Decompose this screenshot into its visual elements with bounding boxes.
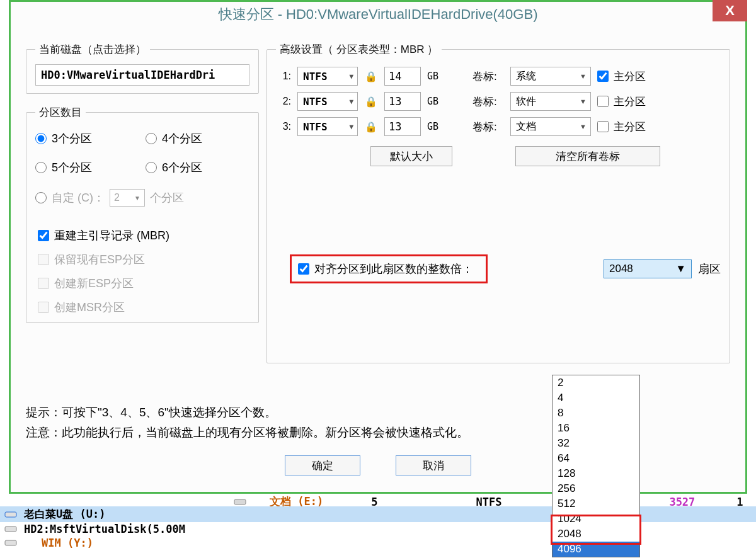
radio-label: 自定 (C)： — [52, 190, 105, 205]
volume-label-key: 卷标: — [472, 120, 504, 134]
dropdown-option[interactable]: 1024 — [553, 511, 639, 527]
dropdown-option[interactable]: 64 — [553, 451, 639, 466]
dropdown-option[interactable]: 512 — [553, 496, 639, 511]
background-disk-row[interactable]: 老白菜U盘 (U:) — [0, 506, 756, 522]
volume-label-key: 卷标: — [472, 94, 504, 109]
radio-5-partitions[interactable]: 5个分区 — [35, 160, 139, 175]
custom-count-spinner[interactable]: 2 ▼ — [110, 189, 145, 207]
chevron-down-icon: ▼ — [580, 72, 587, 80]
check-keep-esp: 保留现有ESP分区 — [38, 252, 249, 267]
dropdown-option[interactable]: 256 — [553, 481, 639, 496]
checkbox-input — [38, 302, 49, 313]
checkbox-input[interactable] — [597, 121, 609, 132]
current-disk-field[interactable]: HD0:VMwareVirtualIDEHardDri — [35, 64, 249, 86]
radio-input[interactable] — [35, 133, 47, 144]
dropdown-option[interactable]: 16 — [553, 421, 639, 436]
dropdown-option[interactable]: 4 — [553, 390, 639, 406]
dropdown-option[interactable]: 4096 — [553, 542, 639, 557]
checkbox-input[interactable] — [38, 230, 49, 241]
radio-label: 3个分区 — [52, 131, 92, 146]
chevron-down-icon: ▼ — [349, 72, 353, 81]
check-new-esp: 创建新ESP分区 — [38, 276, 249, 291]
align-checkbox[interactable] — [298, 263, 309, 275]
partition-count-group: 分区数目 3个分区 4个分区 5个分区 — [26, 105, 259, 323]
sector-count-combo[interactable]: 2048 ▼ — [604, 259, 692, 278]
radio-4-partitions[interactable]: 4个分区 — [146, 131, 249, 146]
check-label: 创建新ESP分区 — [54, 276, 134, 291]
radio-6-partitions[interactable]: 6个分区 — [146, 160, 249, 175]
radio-input[interactable] — [35, 192, 47, 203]
drive-icon — [4, 508, 18, 521]
background-disk-row[interactable]: WIM (Y:) — [0, 536, 756, 550]
svg-rect-2 — [5, 527, 16, 532]
radio-label: 6个分区 — [162, 160, 202, 175]
advanced-settings-group: 高级设置（ 分区表类型：MBR ） 1:NTFS▼🔒14GB卷标:系统▼主分区2… — [266, 42, 730, 363]
chevron-down-icon: ▼ — [349, 98, 353, 106]
row-index: 1: — [276, 71, 291, 82]
cancel-button[interactable]: 取消 — [396, 455, 471, 475]
radio-3-partitions[interactable]: 3个分区 — [35, 131, 139, 146]
svg-rect-3 — [5, 540, 16, 545]
dropdown-option[interactable]: 32 — [553, 436, 639, 451]
checkbox-input[interactable] — [597, 96, 609, 107]
check-rebuild-mbr[interactable]: 重建主引导记录 (MBR) — [38, 228, 249, 243]
row-index: 3: — [276, 121, 291, 132]
window-title: 快速分区 - HD0:VMwareVirtualIDEHardDrive(40G… — [219, 5, 538, 24]
default-size-button[interactable]: 默认大小 — [370, 146, 452, 166]
filesystem-combo[interactable]: NTFS▼ — [297, 92, 358, 111]
partition-count-legend: 分区数目 — [35, 105, 86, 120]
lock-icon: 🔒 — [364, 121, 378, 133]
disk-label: 老白菜U盘 (U:) — [24, 507, 105, 521]
check-label: 重建主引导记录 (MBR) — [54, 228, 169, 243]
radio-label: 5个分区 — [52, 160, 92, 175]
volume-label-combo[interactable]: 系统▼ — [510, 67, 591, 86]
radio-custom-partitions[interactable]: 自定 (C)： 2 ▼ 个分区 — [35, 189, 249, 207]
partition-row: 1:NTFS▼🔒14GB卷标:系统▼主分区 — [276, 67, 721, 86]
lock-icon: 🔒 — [364, 71, 378, 83]
checkbox-input — [38, 254, 49, 265]
primary-label: 主分区 — [614, 120, 646, 134]
svg-rect-1 — [5, 512, 16, 517]
background-disk-row[interactable]: HD2:MsftVirtualDisk(5.00M — [0, 522, 756, 536]
dropdown-option[interactable]: 128 — [553, 466, 639, 481]
check-new-msr: 创建MSR分区 — [38, 300, 249, 315]
radio-input[interactable] — [146, 133, 157, 144]
filesystem-combo[interactable]: NTFS▼ — [297, 67, 358, 86]
size-field[interactable]: 14 — [384, 67, 421, 86]
radio-input[interactable] — [146, 162, 157, 173]
partition-rows: 1:NTFS▼🔒14GB卷标:系统▼主分区2:NTFS▼🔒13GB卷标:软件▼主… — [276, 64, 721, 142]
filesystem-combo[interactable]: NTFS▼ — [297, 117, 358, 136]
primary-label: 主分区 — [614, 69, 646, 84]
align-highlight-box: 对齐分区到此扇区数的整数倍： — [290, 254, 488, 283]
primary-checkbox[interactable]: 主分区 — [597, 69, 646, 84]
size-field[interactable]: 13 — [384, 117, 421, 136]
clear-labels-button[interactable]: 清空所有卷标 — [515, 146, 660, 166]
chevron-down-icon: ▼ — [580, 123, 587, 130]
sector-dropdown-list[interactable]: 248163264128256512102420484096 — [552, 375, 640, 557]
drive-icon — [4, 523, 18, 535]
dropdown-option[interactable]: 2048 — [553, 527, 639, 542]
checkbox-input[interactable] — [597, 71, 609, 82]
check-label: 创建MSR分区 — [54, 300, 125, 315]
ok-button[interactable]: 确定 — [285, 455, 360, 475]
volume-label-combo[interactable]: 软件▼ — [510, 92, 591, 111]
volume-label-key: 卷标: — [472, 69, 504, 84]
advanced-legend: 高级设置（ 分区表类型：MBR ） — [276, 42, 442, 57]
chevron-down-icon: ▼ — [580, 98, 587, 105]
dropdown-option[interactable]: 2 — [553, 375, 639, 390]
current-disk-group: 当前磁盘（点击选择） HD0:VMwareVirtualIDEHardDri — [26, 42, 259, 94]
drive-icon — [4, 537, 18, 549]
lock-icon: 🔒 — [364, 96, 378, 108]
sector-unit: 扇区 — [698, 261, 721, 276]
radio-input[interactable] — [35, 162, 47, 173]
size-field[interactable]: 13 — [384, 92, 421, 111]
radio-label-suffix: 个分区 — [150, 190, 184, 205]
titlebar: 快速分区 - HD0:VMwareVirtualIDEHardDrive(40G… — [11, 2, 745, 27]
dropdown-option[interactable]: 8 — [553, 406, 639, 421]
check-label: 保留现有ESP分区 — [54, 252, 145, 267]
primary-checkbox[interactable]: 主分区 — [597, 120, 646, 134]
volume-label-combo[interactable]: 文档▼ — [510, 117, 591, 136]
disk-label: HD2:MsftVirtualDisk(5.00M — [24, 523, 185, 535]
primary-checkbox[interactable]: 主分区 — [597, 94, 646, 109]
close-button[interactable]: X — [713, 0, 747, 21]
